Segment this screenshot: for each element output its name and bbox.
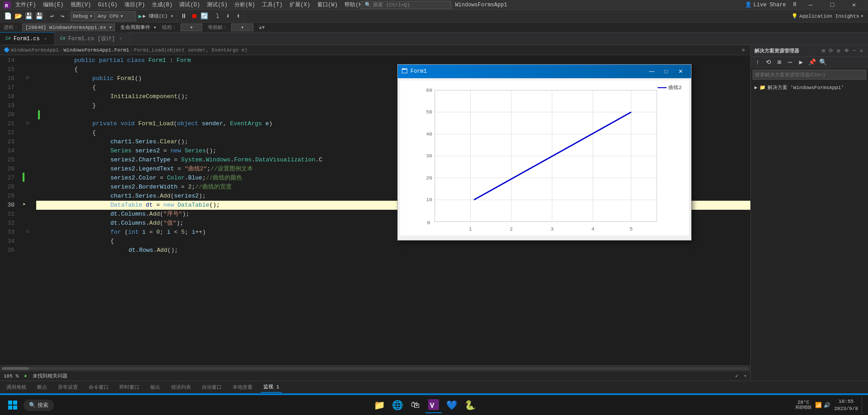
thread-dropdown[interactable]: ▾ [181,24,203,31]
se-tb-6[interactable]: 📌 [807,57,817,67]
gutter-18 [23,91,36,100]
process-dropdown[interactable]: [20840] WindowsFormsApp1.ex ▾ [22,24,115,31]
form-minimize-btn[interactable]: — [645,67,658,76]
se-tb-3[interactable]: ⊞ [774,57,784,67]
se-close-btn[interactable]: ✕ [858,47,864,54]
debug-tab-locals[interactable]: 本地变量 [230,382,255,392]
se-btn-preview[interactable]: 👁 [843,47,851,54]
debug-config-dropdown[interactable]: Debug ▾ [71,11,95,21]
taskbar-store-btn[interactable]: 🛍 [407,397,424,413]
scrollbar-thumb[interactable] [2,367,29,370]
app-insights-btn[interactable]: 💡 Application Insights ▾ [789,13,866,19]
se-tb-5[interactable]: ▶ [796,57,806,67]
tb-ext[interactable]: 扩展(X) [288,2,312,8]
fold-33-icon[interactable]: ⊟ [23,229,29,234]
se-btn-1[interactable]: ⊞ [820,47,826,54]
tb-git[interactable]: Git(G) [96,2,119,8]
undo-btn[interactable]: ↩ [47,11,57,21]
fold-21-icon[interactable]: ⊟ [23,120,29,126]
gutter-30[interactable]: ➤ [23,200,36,209]
step-into-btn[interactable]: ⬇ [223,11,233,21]
scrollbar-track[interactable] [2,367,749,370]
search-box[interactable]: 🔍 搜索 (Ctrl+Q) [361,1,451,9]
fold-16-icon[interactable]: ⊟ [23,75,29,80]
account-icon[interactable]: R [791,2,799,8]
play-button[interactable]: ▶ ▶ 继续(C) ▾ [137,13,176,20]
tb-test[interactable]: 测试(S) [205,2,229,8]
debug-tab-output[interactable]: 输出 [148,382,163,392]
maximize-btn[interactable]: □ [822,0,843,10]
pause-btn[interactable]: ⏸ [179,11,189,21]
live-share-btn[interactable]: 👤 Live Share [741,1,790,8]
debug-tab-command[interactable]: 命令窗口 [86,382,111,392]
breadcrumb-file[interactable]: WindowsFormsApp1.Form1 [63,47,129,53]
show-desktop-btn[interactable] [862,396,864,414]
tab-designer-close[interactable]: ✕ [118,35,124,42]
ln-27: 27 [0,174,18,183]
save-all-btn[interactable]: 💾 [34,11,44,21]
debug-tab-callstack[interactable]: 调用堆栈 [4,382,29,392]
se-tb-2[interactable]: ⟲ [763,57,773,67]
tb-view[interactable]: 视图(V) [69,2,93,8]
close-btn[interactable]: ✕ [844,0,864,10]
open-file-btn[interactable]: 📂 [13,11,23,21]
se-btn-filter[interactable]: ⚙ [835,47,841,54]
stack-dropdown[interactable]: ▾ [231,24,253,31]
tb-window[interactable]: 窗口(W) [315,2,340,8]
debug-tab-immediate[interactable]: 即时窗口 [117,382,142,392]
tab-form1designer[interactable]: C# Form1.cs [设计] ✕ [55,32,130,45]
form-close-btn[interactable]: ✕ [674,67,687,76]
taskbar-systray[interactable]: 📶 🔊 [815,402,830,409]
tab-form1cs-close[interactable]: ✕ [43,36,49,42]
stop-btn[interactable]: ⏹ [189,11,199,21]
tb-analyze[interactable]: 分析(N) [233,2,257,8]
tb-build[interactable]: 生成(B) [150,2,175,8]
gutter-21[interactable]: ⊟ [23,118,36,127]
form-icon: 🗔 [401,68,408,75]
lifecycle-dropdown[interactable]: 生命周期事件 ▾ [119,24,158,31]
tb-debug[interactable]: 调试(D) [177,2,202,8]
cpu-config-dropdown[interactable]: Any CPU ▾ [95,11,136,21]
search-taskbar-btn[interactable]: 🔍 搜索 [24,400,54,411]
save-btn[interactable]: 💾 [24,11,33,21]
gutter-15 [23,64,36,73]
debug-tab-auto[interactable]: 自动窗口 [199,382,224,392]
debug-tab-breakpoints[interactable]: 断点 [34,382,50,392]
start-btn[interactable] [4,396,22,414]
tb-file[interactable]: 文件(F) [14,2,38,8]
tab-form1cs[interactable]: C# Form1.cs ✕ [0,32,55,45]
new-file-btn[interactable]: 📄 [3,11,13,21]
step-over-btn[interactable]: ⤵ [213,11,223,21]
tb-tools[interactable]: 工具(T) [260,2,285,8]
editor-scrollbar[interactable] [0,365,750,371]
debug-tab-errors[interactable]: 错误列表 [168,382,194,392]
se-tb-7[interactable]: 🔍 [818,57,828,67]
se-solution-node[interactable]: ▶ 📁 解决方案 'WindowsFormsApp1' [753,83,866,92]
taskbar-edge-btn[interactable]: 🌐 [389,397,405,413]
step-out-btn[interactable]: ⬆ [234,11,243,21]
taskbar-vscode-btn[interactable]: 💙 [444,397,460,413]
tb-project[interactable]: 项目(P) [123,2,147,8]
se-minimize-btn[interactable]: — [852,47,858,54]
se-tb-4[interactable]: ⋯ [785,57,795,67]
gutter-33[interactable]: ⊟ [23,227,36,236]
form-maximize-btn[interactable]: □ [659,67,673,76]
gutter-20 [23,109,36,118]
taskbar-python-btn[interactable]: 🐍 [462,397,478,413]
minimize-btn[interactable]: — [800,0,821,10]
restart-btn[interactable]: 🔄 [200,11,210,21]
breadcrumb-project[interactable]: 🔷 WindowsFormsApp1 [4,47,59,53]
expand-btn[interactable]: ⊕ [740,47,747,53]
taskbar-vs-btn[interactable]: V [425,397,442,413]
debug-tab-watch[interactable]: 监视 1 [261,382,282,393]
se-btn-2[interactable]: ⟳ [827,47,835,54]
redo-btn[interactable]: ↪ [57,11,67,21]
stack-controls[interactable]: ▲▼ [259,25,265,30]
se-search-input[interactable] [753,70,866,80]
se-tb-1[interactable]: ↑ [753,57,763,67]
tb-edit[interactable]: 编辑(E) [41,2,66,8]
gutter-16[interactable]: ⊟ [23,73,36,82]
taskbar-explorer-btn[interactable]: 📁 [371,397,387,413]
breadcrumb-method[interactable]: Form1_Load(object sender, EventArgs e) [134,47,248,53]
debug-tab-exceptions[interactable]: 异常设置 [55,382,81,392]
